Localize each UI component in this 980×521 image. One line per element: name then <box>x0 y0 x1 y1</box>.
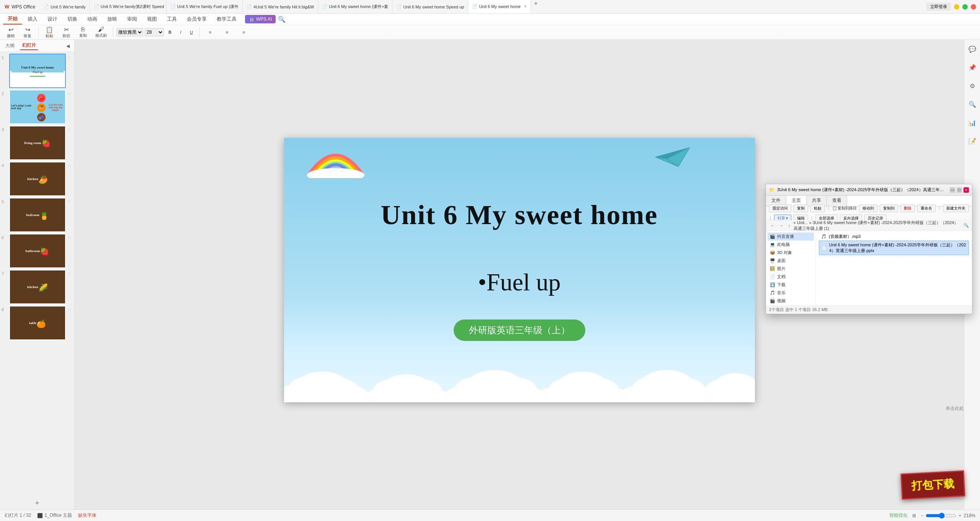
fe-up-button[interactable]: ↑ <box>787 223 792 228</box>
slide-thumb-1[interactable]: Unit 6 My sweet home •Fuel up <box>9 54 66 88</box>
fe-copy-button[interactable]: 复制 <box>794 205 808 212</box>
slide-thumb-2[interactable]: Let's play! Look and say. 🍅 🥭 🫐 Cut the … <box>9 90 66 124</box>
close-button[interactable] <box>971 4 976 10</box>
cut-button[interactable]: ✂ 剪切 <box>59 25 74 39</box>
tab-5[interactable]: 📄 Unit 6 My sweet home (课件+素 <box>318 0 392 13</box>
tab-1[interactable]: 📄 Unit 5 We're family <box>40 0 90 13</box>
fe-sidebar-pictures[interactable]: 🖼️ 图片 <box>768 265 814 273</box>
new-tab-button[interactable]: + <box>531 0 541 13</box>
tab-7[interactable]: 📄 Unit 6 My sweet home ✕ <box>468 0 531 13</box>
fe-sidebar-documents[interactable]: 📄 文档 <box>768 273 814 281</box>
fe-forward-button[interactable]: → <box>778 223 785 228</box>
slides-tab[interactable]: 幻灯片 <box>20 41 38 50</box>
fe-sidebar-douyin[interactable]: 🎬 抖音直播 <box>768 233 814 241</box>
fe-sidebar-music[interactable]: 🎵 音乐 <box>768 289 814 297</box>
fe-copy-path-button[interactable]: 📋 复制到路径 <box>832 206 857 211</box>
fe-sidebar-video[interactable]: 🎬 视频 <box>768 297 814 305</box>
text-align-right-button[interactable]: ≡ <box>236 29 252 35</box>
text-align-left-button[interactable]: ≡ <box>203 29 218 35</box>
ribbon-tab-member[interactable]: 会员专享 <box>182 14 211 24</box>
ribbon-tab-review[interactable]: 审阅 <box>122 14 142 24</box>
outline-tab[interactable]: 大纲 <box>3 42 17 50</box>
bold-button[interactable]: B <box>165 29 175 35</box>
tab-4[interactable]: 📄 4Unit 5 We're family Hit it big&W <box>243 0 318 13</box>
zoom-slider-input[interactable] <box>926 513 956 519</box>
wps-ai-button[interactable]: 🤖 WPS AI <box>245 15 276 23</box>
font-size-select[interactable]: 28 <box>145 28 164 36</box>
right-btn-notes[interactable]: 📝 <box>966 135 978 147</box>
slide-canvas[interactable]: Unit 6 My sweet home •Fuel up 外研版英语三年级（上… <box>284 138 755 402</box>
tab-7-close[interactable]: ✕ <box>524 4 527 8</box>
pc-icon: 💻 <box>770 242 775 247</box>
format-painter-button[interactable]: 🖌 格式刷 <box>92 25 110 39</box>
ribbon-tab-teaching[interactable]: 教学工具 <box>212 14 241 24</box>
tab-6[interactable]: 📄 Unit 6 My sweet home Speed up <box>392 0 468 13</box>
text-align-center-button[interactable]: ≡ <box>219 29 235 35</box>
fe-sidebar-3d[interactable]: 📦 3D 对象 <box>768 249 814 257</box>
slide-item-2[interactable]: 2 Let's play! Look and say. 🍅 🥭 🫐 Cut th… <box>2 90 73 124</box>
fe-sidebar-thispc[interactable]: 💻 此电脑 <box>768 241 814 249</box>
download-watermark-button[interactable]: 打包下载 <box>900 470 965 500</box>
tab-2[interactable]: 📄 Unit 5 We're family第2课时 Speed <box>90 0 167 13</box>
undo-button[interactable]: ↩ 撤销 <box>3 25 18 39</box>
ribbon-tab-start[interactable]: 开始 <box>3 14 22 25</box>
ribbon-tab-slideshow[interactable]: 放映 <box>103 14 122 24</box>
slide-thumb-7[interactable]: kitchen 🌽 <box>9 270 66 304</box>
zoom-in-button[interactable]: + <box>959 513 961 518</box>
copy-button[interactable]: ⎘ 复制 <box>75 25 91 39</box>
ribbon-tab-view[interactable]: 视图 <box>142 14 162 24</box>
slide-number-1: 1 <box>2 54 8 60</box>
slide-item-8[interactable]: 8 table 🍊 ☆ <box>2 306 73 340</box>
ribbon-tab-animation[interactable]: 动画 <box>83 14 102 24</box>
fe-paste-button[interactable]: 粘贴 <box>810 205 825 212</box>
fe-pin-button[interactable]: 固定访问 <box>769 205 791 212</box>
ribbon-tab-transition[interactable]: 切换 <box>63 14 82 24</box>
slide-thumb-5[interactable]: bedroom 🍍 <box>9 198 66 232</box>
slide-item-6[interactable]: 6 bathroom 🍓 ☆ <box>2 234 73 268</box>
search-button[interactable]: 🔍 <box>278 16 286 23</box>
tab-3[interactable]: 📄 Unit 5 We're family Fuel up (课件 <box>167 0 243 13</box>
slide-thumb-6[interactable]: bathroom 🍓 <box>9 234 66 268</box>
login-button[interactable]: 立即登录 <box>926 3 951 11</box>
fe-sidebar-downloads[interactable]: ⬇️ 下载 <box>768 281 814 289</box>
collapse-panel-button[interactable]: ◀ <box>65 42 71 50</box>
slide-thumb-8[interactable]: table 🍊 <box>9 306 66 340</box>
zoom-out-button[interactable]: − <box>921 513 923 518</box>
right-btn-chart[interactable]: 📊 <box>966 116 978 129</box>
right-btn-settings[interactable]: ⚙ <box>966 80 978 92</box>
fe-back-button[interactable]: ← <box>769 223 776 228</box>
minimize-button[interactable] <box>954 4 959 10</box>
paste-button[interactable]: 📋 粘贴 <box>42 25 57 39</box>
italic-button[interactable]: I <box>176 29 185 35</box>
fe-copy-to-button[interactable]: 复制到 <box>880 205 898 212</box>
slide-item-4[interactable]: 4 kitchen 🥭 ☆ <box>2 162 73 196</box>
maximize-button[interactable] <box>962 4 968 10</box>
slide-item-3[interactable]: 3 living room 🍓 ☆ <box>2 126 73 160</box>
fe-maximize-button[interactable]: □ <box>957 187 962 193</box>
redo-button[interactable]: ↪ 恢复 <box>20 25 35 39</box>
font-family-select[interactable]: 微软雅黑 <box>116 28 143 36</box>
slide-item-1[interactable]: 1 Unit 6 My sweet home •Fuel up ☆ <box>2 54 73 88</box>
ribbon-tab-insert[interactable]: 插入 <box>23 14 42 24</box>
underline-button[interactable]: U <box>187 29 196 35</box>
smart-optimize-button[interactable]: 智能优化 <box>889 512 908 519</box>
right-btn-attachment[interactable]: 📌 <box>966 61 978 74</box>
slide-thumb-3[interactable]: living room 🍓 <box>9 126 66 160</box>
right-btn-zoom[interactable]: 🔍 <box>966 98 978 110</box>
fe-sidebar-desktop[interactable]: 🖥️ 桌面 <box>768 257 814 265</box>
file-item-pptx[interactable]: 📄 Unit 6 My sweet home (课件+素材) -2024-202… <box>819 241 969 255</box>
fe-minimize-button[interactable]: — <box>950 187 955 193</box>
slide-item-5[interactable]: 5 bedroom 🍍 ☆ <box>2 198 73 232</box>
add-slide-button[interactable]: ＋ <box>0 496 74 510</box>
slide-item-7[interactable]: 7 kitchen 🌽 ☆ <box>2 270 73 304</box>
slide-thumb-4[interactable]: kitchen 🥭 <box>9 162 66 196</box>
ribbon-tab-tools[interactable]: 工具 <box>162 14 181 24</box>
file-item-audio[interactable]: 🎵 (音频素材）.mp3 <box>819 233 969 241</box>
fe-move-button[interactable]: 移动到 <box>859 205 877 212</box>
fe-delete-button[interactable]: 删除 <box>900 205 915 212</box>
fe-close-button[interactable]: ✕ <box>964 187 969 193</box>
fe-new-folder-button[interactable]: 新建文件夹 <box>943 205 969 212</box>
right-btn-chat[interactable]: 💬 <box>966 43 978 55</box>
fe-rename-button[interactable]: 重命名 <box>917 205 936 212</box>
ribbon-tab-design[interactable]: 设计 <box>43 14 62 24</box>
